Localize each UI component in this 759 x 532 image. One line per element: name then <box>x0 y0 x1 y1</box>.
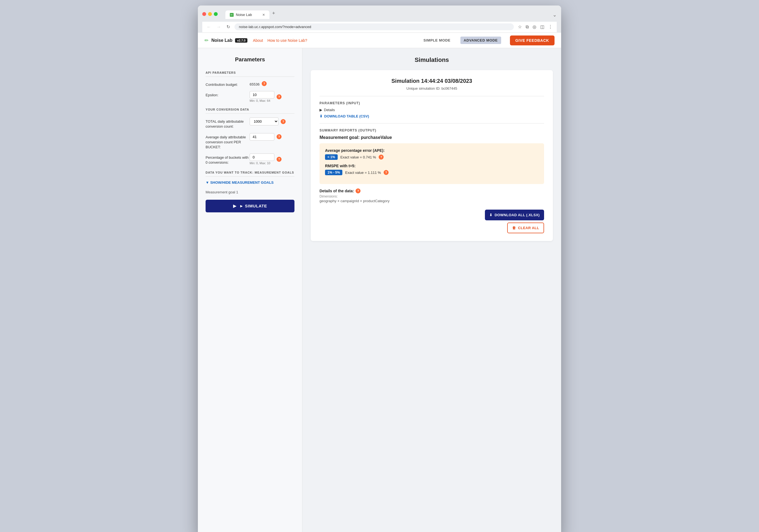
play-icon: ▶ <box>233 204 237 208</box>
download-csv-label: DOWNLOAD TABLE (CSV) <box>324 114 369 118</box>
clear-all-button[interactable]: 🗑 CLEAR ALL <box>507 222 544 233</box>
epsilon-input[interactable] <box>250 91 274 98</box>
ape-exact: Exact value = 0.741 % <box>340 155 376 159</box>
browser-controls: ✏ Noise Lab ✕ + ⌄ <box>202 9 557 19</box>
params-input-header: PARAMETERS (INPUT) <box>320 101 544 105</box>
mode-nav: SIMPLE MODE ADVANCED MODE <box>420 37 501 44</box>
back-button[interactable]: ← <box>206 24 212 30</box>
dimensions-value: geography × campaignId × productCategory <box>320 199 544 203</box>
details-data-help-icon[interactable]: ? <box>356 188 361 193</box>
summary-header: SUMMARY REPORTS (OUTPUT) <box>320 129 544 132</box>
browser-titlebar: ✏ Noise Lab ✕ + ⌄ ← → ↻ ☆ ⧉ ◎ ◫ ⋮ <box>198 6 561 33</box>
version-badge: v2.7.0 <box>235 38 247 43</box>
conversion-data-header: YOUR CONVERSION DATA <box>206 108 295 114</box>
maximize-window-button[interactable] <box>214 12 218 16</box>
how-to-link[interactable]: How to use Noise Lab? <box>267 38 307 43</box>
show-hide-goals-link[interactable]: ▼ SHOW/HIDE MEASUREMENT GOALS <box>206 180 295 185</box>
epsilon-row: Epsilon: Min: 0, Max: 64 ? <box>206 91 295 102</box>
download-all-label: DOWNLOAD ALL (.XLSX) <box>495 213 540 217</box>
contribution-budget-row: Contribution budget: 65536 ? <box>206 81 295 87</box>
right-panel: Simulations Simulation 14:44:24 03/08/20… <box>302 48 561 532</box>
contribution-budget-help-icon[interactable]: ? <box>262 81 267 86</box>
tab-favicon-icon: ✏ <box>230 13 234 17</box>
rmspe-value-row: 1% - 5% Exact value = 1.111 % ? <box>325 170 539 175</box>
extension2-icon[interactable]: ◫ <box>539 23 545 30</box>
details-data-text: Details of the data: <box>320 189 354 193</box>
url-input[interactable] <box>234 23 514 30</box>
minimize-window-button[interactable] <box>208 12 212 16</box>
sidebar: Parameters API PARAMETERS Contribution b… <box>198 48 302 532</box>
avg-daily-value-area: ? <box>250 133 295 140</box>
forward-button[interactable]: → <box>216 24 222 30</box>
browser-icons: ☆ ⧉ ◎ ◫ ⋮ <box>517 23 553 30</box>
advanced-mode-button[interactable]: ADVANCED MODE <box>460 37 501 44</box>
epsilon-label: Epsilon: <box>206 91 250 98</box>
logo-pencil-icon: ✏ <box>205 37 209 44</box>
pct-zero-row: Percentage of buckets with 0 conversions… <box>206 154 295 165</box>
total-daily-row: TOTAL daily attributable conversion coun… <box>206 117 295 129</box>
ape-metric-row: Average percentage error (APE): < 1% Exa… <box>325 148 539 160</box>
extension-icon[interactable]: ⧉ <box>525 24 530 30</box>
ape-badge: < 1% <box>325 154 338 160</box>
epsilon-help-icon[interactable]: ? <box>277 95 282 99</box>
clear-all-label: CLEAR ALL <box>518 226 539 230</box>
divider-2 <box>320 123 544 124</box>
pct-zero-help-icon[interactable]: ? <box>277 157 282 162</box>
profile-icon[interactable]: ◎ <box>532 23 537 30</box>
triangle-right-icon: ▶ <box>320 108 322 112</box>
ape-label: Average percentage error (APE): <box>325 148 539 153</box>
logo-area: ✏ Noise Lab v2.7.0 <box>205 37 247 44</box>
tab-bar: ✏ Noise Lab ✕ + ⌄ <box>225 9 557 19</box>
give-feedback-button[interactable]: GIVE FEEDBACK <box>510 35 554 45</box>
avg-daily-input[interactable] <box>250 133 274 140</box>
action-buttons: ⬇ DOWNLOAD ALL (.XLSX) 🗑 CLEAR ALL <box>320 209 544 233</box>
bookmark-icon[interactable]: ☆ <box>517 23 523 30</box>
sidebar-title: Parameters <box>206 57 295 63</box>
ape-value-row: < 1% Exact value = 0.741 % ? <box>325 154 539 160</box>
tab-close-button[interactable]: ✕ <box>262 13 265 17</box>
show-hide-label: SHOW/HIDE MEASUREMENT GOALS <box>210 180 273 185</box>
ape-help-icon[interactable]: ? <box>379 155 383 160</box>
download-all-icon: ⬇ <box>489 213 492 217</box>
download-csv-link[interactable]: ⬇ DOWNLOAD TABLE (CSV) <box>320 114 544 118</box>
total-daily-select[interactable]: 1000 500 2000 <box>250 117 278 126</box>
simulations-title: Simulations <box>311 57 553 63</box>
logo-text: Noise Lab <box>211 38 232 43</box>
close-window-button[interactable] <box>202 12 206 16</box>
rmspe-metric-row: RMSPE with t=5: 1% - 5% Exact value = 1.… <box>325 164 539 175</box>
details-label: Details <box>324 108 335 112</box>
rmspe-help-icon[interactable]: ? <box>383 170 388 175</box>
download-all-button[interactable]: ⬇ DOWNLOAD ALL (.XLSX) <box>485 209 544 220</box>
reload-button[interactable]: ↻ <box>225 24 231 30</box>
traffic-lights <box>202 12 218 16</box>
total-daily-value-area: 1000 500 2000 ? <box>250 117 295 126</box>
total-daily-help-icon[interactable]: ? <box>281 119 286 124</box>
simulation-title: Simulation 14:44:24 03/08/2023 <box>320 78 544 84</box>
details-toggle[interactable]: ▶ Details <box>320 108 544 112</box>
rmspe-exact: Exact value = 1.111 % <box>345 171 381 175</box>
pct-zero-input[interactable] <box>250 154 274 161</box>
dimensions-label: Dimensions: <box>320 195 544 198</box>
pencil-icon: ✏ <box>231 14 233 16</box>
triangle-down-icon: ▼ <box>206 180 209 185</box>
avg-daily-label: Average daily attributable conversion co… <box>206 133 250 150</box>
measurement-goals-header: DATA YOU WANT TO TRACK: MEASUREMENT GOAL… <box>206 171 295 176</box>
tab-chevron-icon: ⌄ <box>553 12 557 19</box>
avg-daily-help-icon[interactable]: ? <box>277 134 282 139</box>
trash-icon: 🗑 <box>512 226 516 230</box>
simulate-button[interactable]: ▶ ► SIMULATE <box>206 200 295 212</box>
more-options-icon[interactable]: ⋮ <box>547 23 553 30</box>
details-data-section: Details of the data: ? Dimensions: geogr… <box>320 188 544 203</box>
pct-zero-value-area: Min: 0, Max: 10 ? <box>250 154 295 165</box>
about-link[interactable]: About <box>253 38 263 43</box>
simple-mode-button[interactable]: SIMPLE MODE <box>420 37 454 44</box>
app-header: ✏ Noise Lab v2.7.0 About How to use Nois… <box>198 33 561 48</box>
summary-section: SUMMARY REPORTS (OUTPUT) Measurement goa… <box>320 129 544 203</box>
epsilon-value-area: Min: 0, Max: 64 ? <box>250 91 295 102</box>
tab-title: Noise Lab <box>236 13 252 17</box>
pct-zero-hint: Min: 0, Max: 10 <box>250 162 274 165</box>
new-tab-button[interactable]: + <box>269 9 278 18</box>
params-input-section: PARAMETERS (INPUT) ▶ Details ⬇ DOWNLOAD … <box>320 101 544 118</box>
browser-tab[interactable]: ✏ Noise Lab ✕ <box>225 11 269 19</box>
browser-window: ✏ Noise Lab ✕ + ⌄ ← → ↻ ☆ ⧉ ◎ ◫ ⋮ <box>198 6 561 532</box>
